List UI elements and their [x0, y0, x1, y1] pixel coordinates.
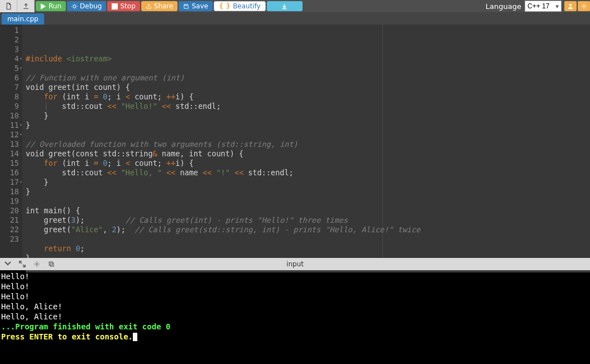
- collapse-console-button[interactable]: [4, 261, 11, 267]
- new-file-button[interactable]: [0, 0, 17, 12]
- language-select[interactable]: C++ 17: [525, 1, 562, 12]
- save-label: Save: [191, 2, 208, 10]
- toolbar-spacer: [303, 0, 486, 12]
- upload-button[interactable]: [17, 0, 35, 12]
- expand-console-button[interactable]: [19, 261, 26, 267]
- code-line[interactable]: // Overloaded function with two argument…: [26, 140, 590, 149]
- line-number: 8: [2, 92, 19, 102]
- svg-point-3: [583, 6, 585, 7]
- language-select-wrap: C++ 17: [525, 0, 563, 12]
- stop-button[interactable]: Stop: [107, 1, 140, 11]
- save-button[interactable]: Save: [179, 1, 212, 11]
- save-icon: [183, 3, 189, 9]
- terminal-output-line: Hello, Alice!: [1, 301, 589, 312]
- code-line[interactable]: #include <iostream>: [26, 54, 590, 64]
- code-line[interactable]: }: [26, 121, 590, 130]
- line-number: 6: [2, 73, 19, 83]
- line-number: 17: [2, 178, 19, 187]
- stop-icon: [112, 3, 118, 9]
- line-number-gutter: 1234567891011121314151617181920212223: [0, 25, 22, 258]
- bug-icon: [71, 3, 78, 9]
- svg-point-0: [73, 5, 76, 8]
- file-icon: [5, 2, 12, 10]
- run-button[interactable]: Run: [36, 1, 66, 11]
- line-number: 20: [2, 206, 19, 215]
- copy-output-button[interactable]: [48, 261, 55, 267]
- code-area[interactable]: #include <iostream>// Function with one …: [22, 25, 590, 258]
- code-line[interactable]: return 0;: [26, 244, 590, 253]
- upload-icon: [22, 2, 30, 10]
- tab-bar: main.cpp: [0, 12, 590, 25]
- output-terminal[interactable]: Hello!Hello!Hello!Hello, Alice!Hello, Al…: [0, 270, 590, 364]
- line-number: 5: [2, 64, 19, 73]
- terminal-prompt-text: Press ENTER to exit console.: [1, 332, 133, 341]
- stop-label: Stop: [120, 2, 135, 10]
- terminal-output-line: Hello!: [1, 291, 589, 301]
- line-number: 13: [2, 140, 19, 149]
- line-number: 14: [2, 149, 19, 159]
- line-number: 19: [2, 197, 19, 206]
- tab-main-cpp[interactable]: main.cpp: [2, 13, 44, 25]
- console-settings-button[interactable]: [33, 261, 40, 267]
- code-editor[interactable]: 1234567891011121314151617181920212223 #i…: [0, 25, 590, 258]
- share-button[interactable]: Share: [141, 1, 178, 11]
- svg-rect-5: [50, 263, 54, 266]
- code-line[interactable]: }: [26, 187, 590, 197]
- svg-rect-6: [49, 262, 52, 265]
- line-number: 11: [2, 121, 19, 130]
- debug-button[interactable]: Debug: [67, 1, 106, 11]
- terminal-output-line: Hello, Alice!: [1, 312, 589, 322]
- code-line[interactable]: [26, 130, 590, 140]
- code-line[interactable]: // Function with one argument (int): [26, 73, 590, 83]
- beautify-label: Beautify: [233, 2, 261, 10]
- line-number: 21: [2, 215, 19, 225]
- code-line[interactable]: [26, 234, 590, 244]
- code-line[interactable]: for (int i = 0; i < count; ++i) {: [26, 92, 590, 102]
- line-number: 4: [2, 54, 19, 64]
- gear-icon: [33, 261, 40, 267]
- line-number: 16: [2, 168, 19, 178]
- run-label: Run: [49, 2, 61, 10]
- user-button[interactable]: [564, 1, 577, 11]
- input-label: input: [286, 260, 304, 268]
- svg-rect-1: [112, 3, 118, 9]
- line-number: 7: [2, 83, 19, 92]
- language-label: Language: [486, 0, 525, 12]
- share-label: Share: [154, 2, 174, 10]
- settings-button[interactable]: [578, 1, 590, 11]
- code-line[interactable]: [26, 64, 590, 73]
- line-number: 1: [2, 26, 19, 35]
- line-number: 2: [2, 35, 19, 45]
- code-line[interactable]: }: [26, 178, 590, 187]
- line-number: 22: [2, 225, 19, 234]
- code-line[interactable]: greet("Alice", 2); // Calls greet(std::s…: [26, 225, 590, 234]
- io-divider[interactable]: input: [0, 258, 590, 270]
- braces-icon: { }: [219, 2, 231, 10]
- code-line[interactable]: [26, 197, 590, 206]
- code-line[interactable]: greet(3); // Calls greet(int) - prints "…: [26, 215, 590, 225]
- gear-icon: [581, 3, 587, 9]
- code-line[interactable]: std::cout << "Hello, " << name << "!" <<…: [26, 168, 590, 178]
- line-number: 18: [2, 187, 19, 197]
- line-number: 23: [2, 234, 19, 244]
- line-number: 9: [2, 102, 19, 111]
- code-line[interactable]: for (int i = 0; i < count; ++i) {: [26, 159, 590, 168]
- io-toolbar: [0, 261, 55, 267]
- play-icon: [40, 3, 46, 9]
- svg-point-2: [569, 4, 572, 6]
- terminal-prompt-line: Press ENTER to exit console.: [1, 332, 589, 342]
- code-line[interactable]: void greet(int count) {: [26, 83, 590, 92]
- download-icon: [281, 3, 287, 9]
- code-line[interactable]: }: [26, 111, 590, 121]
- terminal-output-line: Hello!: [1, 271, 589, 281]
- beautify-button[interactable]: { } Beautify: [214, 1, 266, 11]
- chevron-down-icon: [4, 261, 11, 266]
- terminal-cursor: [133, 333, 137, 341]
- download-button[interactable]: [267, 1, 303, 11]
- code-line[interactable]: int main() {: [26, 206, 590, 215]
- terminal-status-line: ...Program finished with exit code 0: [1, 322, 589, 332]
- code-line[interactable]: │ std::cout << "Hello!" << std::endl;: [26, 102, 590, 111]
- line-number: 3: [2, 45, 19, 54]
- code-line[interactable]: void greet(const std::string& name, int …: [26, 149, 590, 159]
- user-icon: [567, 3, 574, 9]
